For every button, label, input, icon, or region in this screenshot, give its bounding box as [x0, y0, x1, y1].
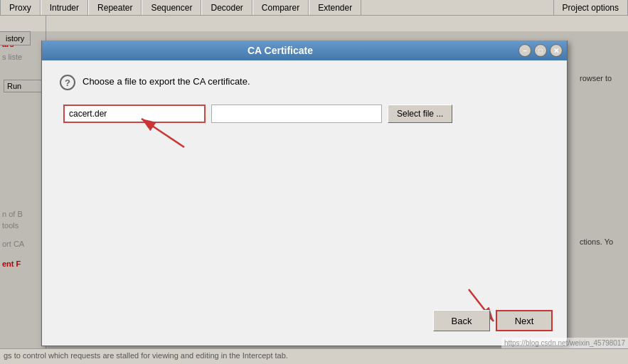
back-button[interactable]: Back [433, 310, 490, 331]
modal-titlebar: CA Certificate – □ ✕ [42, 41, 567, 60]
menu-extender[interactable]: Extender [309, 0, 361, 15]
file-input-row: Select file ... [63, 105, 549, 123]
menu-repeater[interactable]: Repeater [88, 0, 142, 15]
ca-certificate-dialog: CA Certificate – □ ✕ ? Choose a file to … [41, 41, 568, 346]
modal-body: ? Choose a file to export the CA certifi… [42, 60, 567, 137]
menu-sequencer[interactable]: Sequencer [142, 0, 201, 15]
watermark: https://blog.csdn.net/weixin_45798017 [501, 338, 628, 348]
menu-decoder[interactable]: Decoder [201, 0, 252, 15]
menu-bar: Proxy Intruder Repeater Sequencer Decode… [0, 0, 628, 16]
background-content: istory ars s liste Run n of B tools ort … [0, 16, 628, 364]
file-path-input[interactable] [63, 105, 206, 123]
instruction-text: Choose a file to export the CA certifica… [83, 75, 250, 87]
next-button[interactable]: Next [496, 310, 553, 331]
select-file-button[interactable]: Select file ... [388, 105, 452, 123]
menu-proxy[interactable]: Proxy [0, 0, 41, 15]
maximize-button[interactable]: □ [534, 44, 547, 57]
close-button[interactable]: ✕ [550, 44, 563, 57]
file-path-extra-input[interactable] [211, 105, 382, 123]
menu-project-options[interactable]: Project options [553, 0, 628, 15]
status-bar: gs to control which requests are stalled… [0, 348, 628, 364]
modal-title: CA Certificate [42, 45, 518, 56]
instruction-row: ? Choose a file to export the CA certifi… [60, 75, 549, 90]
question-icon: ? [60, 75, 75, 90]
menu-intruder[interactable]: Intruder [41, 0, 88, 15]
modal-controls: – □ ✕ [518, 44, 567, 57]
minimize-button[interactable]: – [518, 44, 531, 57]
menu-comparer[interactable]: Comparer [252, 0, 309, 15]
modal-footer: Back Next [433, 310, 553, 331]
